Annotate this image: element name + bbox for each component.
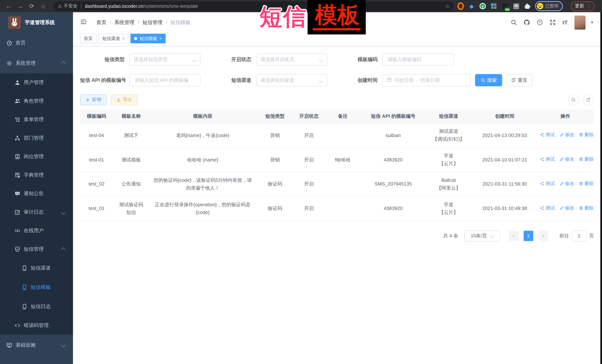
browser-update-button[interactable]: 更新 ⋮	[570, 1, 595, 11]
prev-page-button[interactable]: ‹	[509, 230, 518, 241]
font-size-icon[interactable]: тT	[562, 19, 567, 26]
github-icon[interactable]	[523, 19, 530, 26]
avatar-caret-icon[interactable]: ▾	[591, 20, 593, 25]
browser-back-button[interactable]: ←	[3, 2, 14, 10]
browser-reload-button[interactable]: ⟳	[26, 2, 37, 10]
bookmark-star-icon[interactable]: ☆	[445, 3, 450, 9]
sidebar-item-home[interactable]: 首页	[0, 32, 73, 53]
test-link[interactable]: 测试	[540, 156, 555, 163]
sidebar-item-users[interactable]: 用户管理	[0, 73, 73, 92]
extension-y-icon[interactable]: y	[479, 3, 486, 10]
col-channel: 短信渠道	[425, 110, 473, 123]
sidebar-item-infrastructure[interactable]: 基础设施	[0, 335, 73, 355]
sidebar-item-error-codes[interactable]: 错误码管理	[0, 316, 73, 335]
extension-gem-icon[interactable]: ◆	[468, 3, 475, 10]
create-time-label: 创建时间	[327, 77, 382, 83]
close-icon[interactable]: ×	[122, 36, 125, 41]
create-time-range-picker[interactable]: 开始日期 - 结束日期	[382, 74, 471, 86]
delete-link[interactable]: 删除	[579, 180, 594, 187]
share-icon	[540, 133, 544, 137]
security-label[interactable]: 不安全	[64, 3, 78, 9]
sidebar-item-menus[interactable]: 菜单管理	[0, 110, 73, 129]
sms-template-table: 模板编码 模板名称 模板内容 短信类型 开启状态 备注 短信 API 的模板编号…	[80, 110, 594, 221]
sidebar-item-sms-channel[interactable]: 短信渠道	[0, 259, 73, 278]
channel-select[interactable]: 请选择短信渠道	[256, 74, 327, 86]
test-link[interactable]: 测试	[540, 131, 555, 139]
sidebar-item-online-users[interactable]: 在线用户	[0, 221, 73, 240]
test-link[interactable]: 测试	[540, 180, 555, 187]
sidebar-item-sms-template[interactable]: 短信模板	[0, 278, 73, 297]
edit-icon	[559, 133, 564, 137]
sidebar-item-sms[interactable]: 短信管理	[0, 240, 73, 259]
add-button[interactable]: 新增	[80, 94, 107, 105]
sidebar-item-system[interactable]: 系统管理	[0, 53, 73, 73]
fullscreen-icon[interactable]	[549, 19, 556, 26]
menu-tree-icon	[14, 117, 20, 123]
extension-grid-icon[interactable]	[490, 3, 497, 10]
browser-menu-icon[interactable]: ⋮	[587, 3, 591, 9]
close-icon[interactable]: ×	[160, 36, 162, 41]
extension-donut-icon[interactable]	[457, 3, 464, 10]
delete-link[interactable]: 删除	[579, 204, 594, 212]
sidebar-fold-icon[interactable]	[80, 18, 87, 26]
tab-home[interactable]: 首页	[80, 34, 96, 43]
sidebar-item-audit-log[interactable]: 审计日志	[0, 203, 73, 221]
sidebar-item-departments[interactable]: 部门管理	[0, 129, 73, 147]
dashboard-icon	[6, 40, 12, 46]
sidebar-item-roles[interactable]: 角色管理	[0, 92, 73, 110]
gear-icon	[6, 60, 12, 66]
edit-link[interactable]: 修改	[559, 156, 574, 163]
col-template-content: 模板内容	[149, 110, 256, 123]
logo-rabbit-image	[8, 16, 21, 29]
sidebar-item-posts[interactable]: 岗位管理	[0, 147, 73, 166]
browser-profile-chip[interactable]: 已暂停	[535, 1, 563, 11]
status-select[interactable]: 请选择开启状态	[256, 53, 327, 65]
sidebar: 芋道管理系统 首页 系统管理 用户管	[0, 12, 73, 364]
sidebar-item-announcements[interactable]: 通知公告	[0, 184, 73, 203]
breadcrumb-system[interactable]: 系统管理	[115, 19, 135, 26]
edit-link[interactable]: 修改	[559, 180, 574, 187]
toggle-search-button[interactable]	[568, 94, 579, 105]
edit-link[interactable]: 修改	[559, 204, 574, 212]
sidebar-item-dictionary[interactable]: 字典管理	[0, 166, 73, 184]
audit-edit-icon	[14, 209, 20, 215]
tab-sms-template[interactable]: 短信模板 ×	[131, 34, 166, 43]
page-number-1[interactable]: 1	[523, 230, 533, 241]
col-template-name: 模板名称	[113, 110, 149, 123]
template-code-input[interactable]	[387, 56, 449, 62]
page-size-select[interactable]: 10条/页	[464, 230, 500, 241]
breadcrumb-separator: /	[166, 20, 167, 25]
breadcrumb-home[interactable]: 首页	[96, 19, 106, 26]
browser-forward-button[interactable]: →	[14, 2, 26, 10]
api-template-id-input[interactable]	[134, 77, 196, 83]
extension-monkey-icon[interactable]	[513, 3, 519, 10]
next-page-button[interactable]: ›	[538, 230, 548, 241]
edit-link[interactable]: 修改	[559, 131, 574, 139]
export-button[interactable]: 导出	[111, 94, 138, 105]
tab-sms-channel[interactable]: 短信渠道 ×	[98, 34, 129, 43]
breadcrumb-sms[interactable]: 短信管理	[142, 19, 162, 26]
user-avatar[interactable]	[574, 15, 586, 30]
share-icon	[540, 181, 544, 186]
extension-list-icon[interactable]: on	[502, 3, 508, 10]
extensions-puzzle-icon[interactable]	[524, 3, 530, 10]
phone-icon	[22, 304, 27, 310]
delete-link[interactable]: 删除	[579, 156, 594, 163]
refresh-table-button[interactable]	[583, 94, 594, 105]
calendar-icon	[387, 77, 392, 83]
search-button[interactable]: 搜索	[475, 74, 502, 86]
search-icon[interactable]	[510, 19, 517, 26]
test-link[interactable]: 测试	[540, 204, 555, 212]
profile-status-label: 已暂停	[545, 3, 559, 9]
goto-page-input[interactable]	[572, 230, 586, 241]
help-icon[interactable]: ?	[536, 19, 543, 26]
trash-icon	[579, 181, 583, 186]
edit-icon	[559, 206, 564, 210]
sms-type-select[interactable]: 请选择短信类型	[129, 53, 201, 65]
address-bar[interactable]: ⚠ 不安全 dashboard.yudao.iocoder.cn /system…	[53, 1, 453, 11]
active-dot	[134, 37, 137, 40]
browser-home-button[interactable]: ⌂	[37, 2, 49, 10]
reset-button[interactable]: 重置	[506, 74, 532, 86]
sidebar-item-sms-log[interactable]: 短信日志	[0, 297, 73, 316]
delete-link[interactable]: 删除	[579, 131, 594, 139]
